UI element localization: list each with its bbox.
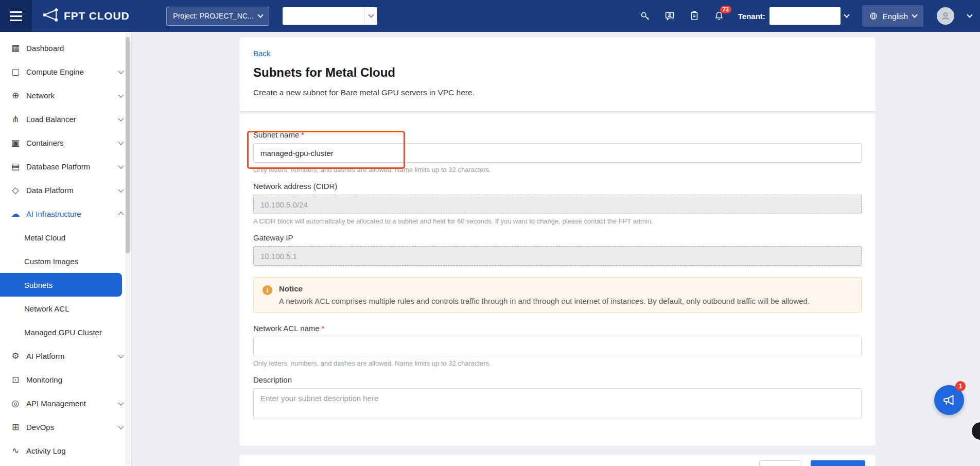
description-textarea[interactable]	[253, 388, 862, 419]
sidebar-item-custom-images[interactable]: Custom Images	[0, 249, 131, 273]
chevron-down-icon	[368, 12, 374, 18]
sidebar-item-containers[interactable]: ▣Containers	[0, 131, 131, 154]
sidebar-item-activity-log[interactable]: ∿Activity Log	[0, 439, 131, 462]
chevron-down-icon[interactable]	[844, 12, 849, 18]
acl-name-input[interactable]	[253, 337, 862, 356]
sidebar-item-api-management[interactable]: ◎API Management	[0, 391, 131, 415]
subnet-name-label-row: Subnet name*	[253, 130, 862, 139]
hamburger-menu-button[interactable]	[0, 0, 32, 32]
sidebar-item-managed-gpu-cluster[interactable]: Managed GPU Cluster	[0, 320, 131, 344]
acl-name-helper: Only letters, numbers, and dashes are al…	[253, 359, 862, 367]
gateway-ip-field: Gateway IP	[253, 233, 862, 266]
chevron-down-icon	[119, 402, 123, 405]
acl-name-label: Network ACL name	[253, 324, 320, 333]
main-content: Back Subnets for Metal Cloud Create a ne…	[131, 32, 980, 466]
sidebar-item-label: Subnets	[24, 281, 52, 289]
database-platform-icon: ▤	[10, 161, 21, 172]
sidebar-item-compute-engine[interactable]: ▢Compute Engine	[0, 60, 131, 83]
sidebar-item-label: Monitoring	[26, 375, 62, 384]
cancel-button[interactable]	[759, 460, 801, 466]
sidebar-item-data-platform[interactable]: ◇Data Platform	[0, 178, 131, 202]
notice-body: Notice A network ACL comprises multiple …	[279, 284, 810, 305]
chevron-down-icon	[119, 355, 123, 357]
globe-icon	[869, 11, 878, 21]
tenant-label: Tenant:	[738, 12, 765, 21]
subnet-form-card: Subnet name* Only letters, numbers, and …	[239, 114, 876, 446]
chevron-down-icon	[119, 94, 123, 97]
subnet-name-input[interactable]	[253, 143, 862, 163]
chevron-down-icon	[258, 12, 264, 18]
language-label: English	[883, 12, 908, 21]
access-key-button[interactable]	[639, 10, 651, 22]
sidebar-item-label: Metal Cloud	[24, 233, 65, 242]
subnet-name-field: Subnet name* Only letters, numbers, and …	[253, 130, 862, 174]
description-label: Description	[253, 375, 292, 384]
sidebar-item-label: Activity Log	[26, 446, 66, 455]
sidebar-item-database-platform[interactable]: ▤Database Platform	[0, 154, 131, 178]
subnet-name-helper: Only letters, numbers, and dashes are al…	[253, 166, 862, 174]
sidebar-item-label: Compute Engine	[26, 67, 84, 76]
sidebar-item-monitoring[interactable]: ⊡Monitoring	[0, 368, 131, 391]
chevron-down-icon	[119, 189, 123, 192]
dashboard-icon: ▦	[10, 43, 21, 54]
network-cidr-label-row: Network address (CIDR)	[253, 182, 862, 191]
required-marker: *	[301, 130, 304, 139]
sidebar-item-network[interactable]: ⊕Network	[0, 83, 131, 107]
network-cidr-field: Network address (CIDR) A CIDR block will…	[253, 182, 862, 225]
language-selector[interactable]: English	[862, 5, 923, 27]
notice-title: Notice	[279, 284, 810, 293]
notice-banner: i Notice A network ACL comprises multipl…	[253, 277, 862, 313]
form-footer-card	[239, 455, 876, 466]
project-selector-label: Project: PROJECT_NC...	[173, 12, 258, 20]
monitoring-icon: ⊡	[10, 374, 21, 385]
compute-engine-icon: ▢	[10, 66, 21, 77]
announcements-badge: 1	[955, 381, 966, 391]
ai-platform-icon: ⚙	[10, 351, 21, 361]
chevron-down-icon[interactable]	[967, 12, 972, 18]
chevron-down-icon	[119, 118, 123, 120]
submit-button[interactable]	[811, 460, 865, 466]
fpt-cloud-logo-icon	[42, 8, 59, 24]
devops-icon: ⊞	[10, 422, 21, 433]
sidebar-item-metal-cloud[interactable]: Metal Cloud	[0, 226, 131, 249]
chevron-down-icon	[119, 71, 123, 73]
docs-button[interactable]	[689, 10, 700, 22]
required-marker: *	[322, 324, 325, 333]
logo-text: FPT CLOUD	[64, 10, 129, 22]
sidebar-item-network-acl[interactable]: Network ACL	[0, 297, 131, 320]
support-chat-button[interactable]	[664, 10, 675, 22]
gateway-ip-label-row: Gateway IP	[253, 233, 862, 242]
page-subtitle: Create a new subnet for Bare metal GPU s…	[253, 88, 862, 97]
notifications-button[interactable]: 73	[713, 10, 725, 22]
sidebar-item-ai-infrastructure[interactable]: ☁AI Infrastructure	[0, 202, 131, 226]
sidebar-item-label: Custom Images	[24, 257, 78, 266]
info-icon: i	[262, 285, 272, 295]
data-platform-icon: ◇	[10, 185, 21, 196]
chevron-down-icon	[119, 426, 123, 428]
fpt-cloud-logo[interactable]: FPT CLOUD	[42, 8, 129, 24]
secondary-selector-input[interactable]	[283, 7, 364, 25]
sidebar-item-devops[interactable]: ⊞DevOps	[0, 415, 131, 439]
subnet-name-label: Subnet name	[253, 130, 299, 139]
sidebar-item-label: Managed GPU Cluster	[24, 328, 102, 337]
sidebar-scrollbar-track	[125, 33, 131, 465]
sidebar-item-label: Network	[26, 91, 55, 100]
api-management-icon: ◎	[10, 398, 21, 409]
tenant-input[interactable]	[769, 7, 841, 25]
topbar: FPT CLOUD Project: PROJECT_NC...	[0, 0, 980, 32]
chat-icon	[664, 10, 675, 22]
sidebar-item-load-balancer[interactable]: ⋔Load Balancer	[0, 107, 131, 131]
chevron-down-icon	[912, 12, 917, 18]
sidebar-item-subnets[interactable]: Subnets	[0, 273, 122, 297]
gateway-ip-label: Gateway IP	[253, 233, 293, 242]
user-avatar[interactable]	[937, 7, 954, 25]
sidebar-item-ai-platform[interactable]: ⚙AI Platform	[0, 344, 131, 368]
secondary-selector-dropdown-button[interactable]	[364, 7, 377, 25]
back-link[interactable]: Back	[253, 49, 270, 58]
containers-icon: ▣	[10, 137, 21, 148]
activity-log-icon: ∿	[10, 445, 21, 456]
network-cidr-input	[253, 195, 862, 214]
project-selector[interactable]: Project: PROJECT_NC...	[166, 7, 269, 26]
sidebar-scrollbar-thumb[interactable]	[126, 37, 130, 253]
sidebar-item-dashboard[interactable]: ▦Dashboard	[0, 36, 131, 60]
